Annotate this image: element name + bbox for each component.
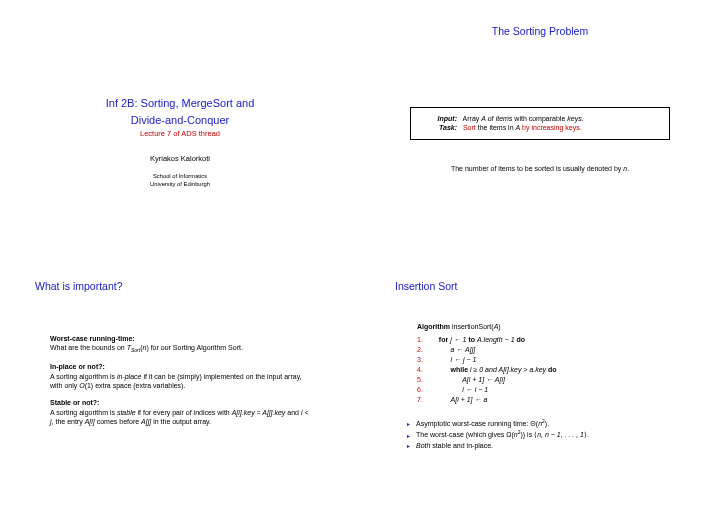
- input-label: Input:: [421, 114, 457, 123]
- course-title-line1: Inf 2B: Sorting, MergeSort and: [106, 96, 255, 110]
- bullet-list: Asymptotic worst-case running time: Θ(n2…: [407, 418, 673, 452]
- slide-insertion-sort: Insertion Sort Algorithm insertionSort(A…: [360, 255, 720, 510]
- bullet-worstcase: The worst-case (which gives Ω(n2)) is ⟨n…: [407, 429, 673, 441]
- lecture-subtitle: Lecture 7 of ADS thread: [140, 129, 220, 138]
- course-title-line2: Divide-and-Conquer: [131, 113, 229, 127]
- topic-in-place: In-place or not?: A sorting algorithm is…: [50, 362, 310, 390]
- slide-what-important: What is important? Worst-case running-ti…: [0, 255, 360, 510]
- affiliation-line2: University of Edinburgh: [150, 181, 210, 189]
- topic-stable: Stable or not?: A sorting algorithm is s…: [50, 398, 310, 426]
- task-label: Task:: [421, 123, 457, 132]
- topic-running-time: Worst-case running-time: What are the bo…: [50, 334, 310, 355]
- bullet-stable-inplace: Both stable and in-place.: [407, 441, 673, 452]
- note-text: The number of items to be sorted is usua…: [410, 164, 670, 173]
- slide-sorting-problem: The Sorting Problem Input: Array A of it…: [360, 0, 720, 255]
- author-name: Kyriakos Kalorkoti: [150, 154, 210, 163]
- heading: The Sorting Problem: [395, 25, 685, 37]
- bullet-runtime: Asymptotic worst-case running time: Θ(n2…: [407, 418, 673, 430]
- problem-box: Input: Array A of items with comparable …: [410, 107, 670, 140]
- slide-title: Inf 2B: Sorting, MergeSort and Divide-an…: [0, 0, 360, 255]
- affiliation-line1: School of Informatics: [153, 173, 207, 181]
- heading: What is important?: [35, 280, 325, 292]
- algorithm-block: Algorithm insertionSort(A) 1. for j ← 1 …: [417, 322, 663, 406]
- heading: Insertion Sort: [395, 280, 685, 292]
